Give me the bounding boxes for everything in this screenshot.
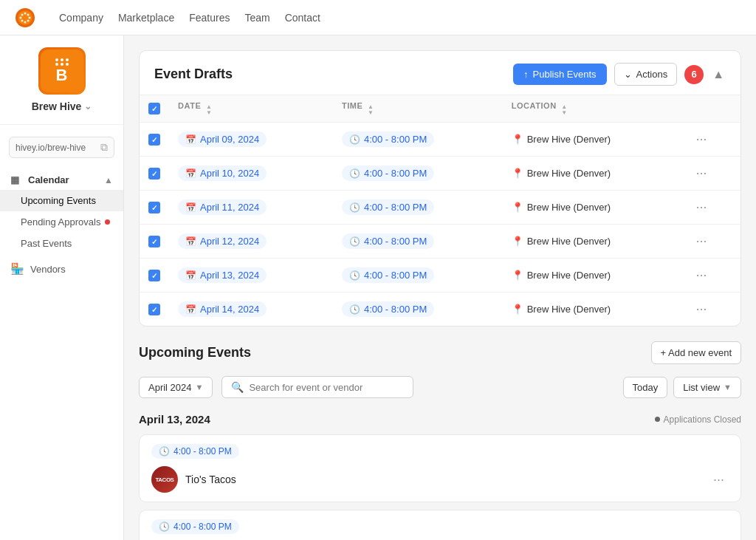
date-pill-5: 📅April 14, 2024 (178, 301, 267, 317)
nav-links: Company Marketplace Features Team Contac… (59, 12, 320, 24)
pending-dot-icon (105, 219, 110, 225)
row-checkbox-3[interactable] (148, 236, 160, 247)
location-icon: 📍 (512, 236, 523, 247)
row-checkbox-5[interactable] (148, 304, 160, 315)
clock-icon: 🕓 (349, 168, 360, 179)
row-more-button-4[interactable]: ··· (691, 266, 711, 284)
calendar-icon: 📅 (185, 304, 196, 315)
chevron-down-icon: ⌄ (624, 69, 632, 80)
calendar-icon: 📅 (185, 270, 196, 281)
status-badge: Applications Closed (655, 414, 741, 425)
time-pill-4: 🕓4:00 - 8:00 PM (342, 267, 434, 283)
vendors-icon: 🏪 (10, 262, 24, 276)
time-column-header: TIME ▲▼ (333, 95, 503, 123)
brand-name[interactable]: Brew Hive ⌄ (32, 100, 92, 112)
row-checkbox-2[interactable] (148, 202, 160, 213)
sidebar-calendar-header[interactable]: ▦ Calendar ▲ (0, 170, 123, 190)
today-button[interactable]: Today (623, 377, 668, 398)
location-column-header: LOCATION ▲▼ (503, 95, 683, 123)
clock-icon: 🕓 (349, 202, 360, 213)
sidebar-item-past-events[interactable]: Past Events (0, 233, 123, 254)
location-cell-0: 📍Brew Hive (Denver) (512, 134, 674, 145)
svg-point-7 (24, 21, 27, 23)
sidebar-item-vendors[interactable]: 🏪 Vendors (0, 257, 123, 281)
location-icon: 📍 (512, 134, 523, 145)
add-new-event-button[interactable]: + Add new event (651, 341, 742, 364)
chevron-down-icon: ▼ (724, 383, 732, 392)
sidebar-calendar-section: ▦ Calendar ▲ Upcoming Events Pending App… (0, 170, 123, 254)
collapse-button[interactable]: ▲ (711, 66, 726, 83)
month-selector[interactable]: April 2024 ▼ (139, 377, 213, 398)
nav-company[interactable]: Company (59, 12, 103, 24)
drafts-count-badge: 6 (684, 65, 704, 84)
date-pill-2: 📅April 11, 2024 (178, 199, 267, 215)
event-time-pill-0: 🕓 4:00 - 8:00 PM (151, 444, 239, 459)
sidebar-item-upcoming-events[interactable]: Upcoming Events (0, 190, 123, 211)
location-cell-5: 📍Brew Hive (Denver) (512, 304, 674, 315)
svg-point-8 (21, 19, 24, 21)
location-cell-2: 📍Brew Hive (Denver) (512, 202, 674, 213)
event-vendor-row-0: TACOS Tio's Tacos ··· (151, 466, 729, 493)
sidebar-url-text: hivey.io/brew-hive (16, 143, 97, 153)
event-item-geeks: 🕓 4:00 - 8:00 PM GWD Geeks Who Drink Tri… (139, 510, 741, 540)
row-more-button-0[interactable]: ··· (691, 130, 711, 148)
upload-icon: ↑ (523, 69, 529, 80)
sidebar: B Brew Hive ⌄ hivey.io/brew-hive ⧉ ▦ Cal… (0, 35, 124, 540)
event-item-tios-tacos: 🕓 4:00 - 8:00 PM TACOS Tio's Tacos ··· (139, 434, 741, 502)
date-column-header: DATE ▲▼ (169, 95, 333, 123)
brand-logo: B (38, 47, 86, 95)
copy-icon[interactable]: ⧉ (100, 141, 108, 154)
row-more-button-5[interactable]: ··· (691, 300, 711, 318)
event-drafts-card: Event Drafts ↑ Publish Events ⌄ Actions … (139, 50, 741, 327)
calendar-icon: 📅 (185, 236, 196, 247)
sidebar-brand: B Brew Hive ⌄ (0, 47, 123, 125)
nav-marketplace[interactable]: Marketplace (118, 12, 174, 24)
location-icon: 📍 (512, 270, 523, 281)
clock-icon: 🕓 (349, 270, 360, 281)
select-all-checkbox[interactable] (148, 103, 160, 115)
row-checkbox-1[interactable] (148, 168, 160, 180)
clock-icon: 🕓 (349, 304, 360, 315)
drafts-table: DATE ▲▼ TIME ▲▼ LOCATION ▲▼ 📅April 09, 2… (140, 95, 740, 326)
row-more-button-2[interactable]: ··· (691, 198, 711, 216)
svg-point-9 (20, 16, 22, 18)
calendar-icon: 📅 (185, 134, 196, 145)
actions-button[interactable]: ⌄ Actions (614, 63, 678, 86)
search-input[interactable] (249, 382, 404, 393)
svg-point-4 (27, 13, 30, 16)
event-more-button-0[interactable]: ··· (709, 471, 729, 489)
drafts-title: Event Drafts (154, 66, 233, 82)
vendor-name-tios: Tio's Tacos (185, 474, 701, 485)
event-time-pill-1: 🕓 4:00 - 8:00 PM (151, 519, 239, 534)
nav-contact[interactable]: Contact (285, 12, 320, 24)
location-cell-4: 📍Brew Hive (Denver) (512, 270, 674, 281)
sidebar-item-pending-approvals[interactable]: Pending Approvals (0, 211, 123, 233)
top-nav-logo (15, 7, 35, 28)
chevron-up-icon: ▲ (104, 175, 113, 185)
top-nav: Company Marketplace Features Team Contac… (0, 0, 756, 35)
date-pill-3: 📅April 12, 2024 (178, 233, 267, 249)
calendar-icon: ▦ (10, 174, 19, 185)
time-pill-3: 🕓4:00 - 8:00 PM (342, 233, 434, 249)
nav-features[interactable]: Features (189, 12, 230, 24)
svg-point-6 (27, 19, 30, 21)
search-bar: 🔍 (221, 376, 413, 398)
location-icon: 📍 (512, 202, 523, 213)
row-more-button-1[interactable]: ··· (691, 164, 711, 182)
publish-events-button[interactable]: ↑ Publish Events (513, 64, 607, 85)
nav-team[interactable]: Team (244, 12, 269, 24)
search-icon: 🔍 (231, 381, 244, 393)
svg-point-3 (24, 12, 27, 14)
list-view-button[interactable]: List view ▼ (673, 377, 741, 398)
row-more-button-3[interactable]: ··· (691, 232, 711, 250)
event-date-header: April 13, 2024 Applications Closed (139, 413, 741, 425)
row-checkbox-0[interactable] (148, 134, 160, 146)
status-dot-icon (655, 417, 660, 422)
table-row: 📅April 13, 2024 🕓4:00 - 8:00 PM 📍Brew Hi… (140, 259, 740, 293)
card-header-controls: ↑ Publish Events ⌄ Actions 6 ▲ (513, 63, 726, 86)
sidebar-url-bar[interactable]: hivey.io/brew-hive ⧉ (9, 137, 114, 158)
row-checkbox-4[interactable] (148, 270, 160, 281)
date-pill-0: 📅April 09, 2024 (178, 131, 267, 147)
brand-chevron-icon: ⌄ (84, 101, 92, 112)
event-date-group: April 13, 2024 Applications Closed 🕓 4:0… (139, 413, 741, 540)
